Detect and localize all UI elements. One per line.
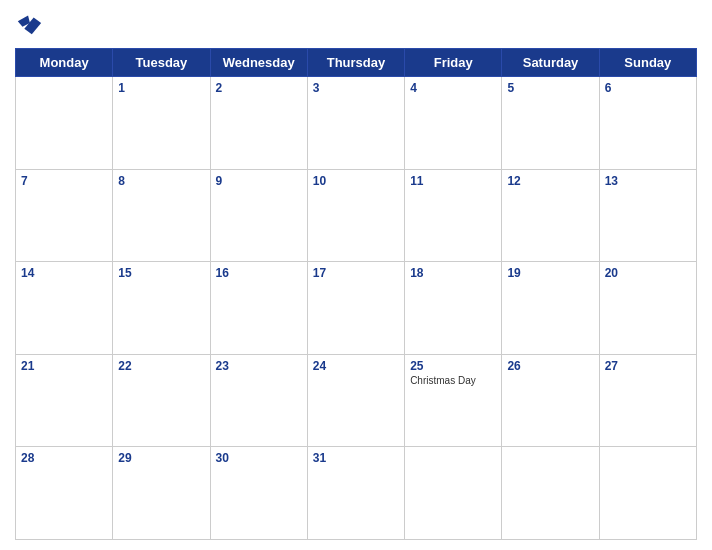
calendar-table: MondayTuesdayWednesdayThursdayFridaySatu… bbox=[15, 48, 697, 540]
calendar-cell: 29 bbox=[113, 447, 210, 540]
logo-bird-icon bbox=[15, 10, 43, 38]
calendar-cell: 26 bbox=[502, 354, 599, 447]
day-number: 11 bbox=[410, 174, 496, 188]
calendar-cell: 28 bbox=[16, 447, 113, 540]
day-number: 1 bbox=[118, 81, 204, 95]
calendar-cell bbox=[405, 447, 502, 540]
day-number: 27 bbox=[605, 359, 691, 373]
calendar-cell: 22 bbox=[113, 354, 210, 447]
day-number: 25 bbox=[410, 359, 496, 373]
day-number: 17 bbox=[313, 266, 399, 280]
day-number: 18 bbox=[410, 266, 496, 280]
calendar-cell bbox=[16, 77, 113, 170]
day-number: 30 bbox=[216, 451, 302, 465]
calendar-cell: 17 bbox=[307, 262, 404, 355]
day-of-week-tuesday: Tuesday bbox=[113, 49, 210, 77]
calendar-cell: 11 bbox=[405, 169, 502, 262]
calendar-cell: 6 bbox=[599, 77, 696, 170]
day-number: 19 bbox=[507, 266, 593, 280]
calendar-cell: 31 bbox=[307, 447, 404, 540]
day-number: 12 bbox=[507, 174, 593, 188]
calendar-cell: 14 bbox=[16, 262, 113, 355]
calendar-week-row: 78910111213 bbox=[16, 169, 697, 262]
calendar-cell: 1 bbox=[113, 77, 210, 170]
day-of-week-saturday: Saturday bbox=[502, 49, 599, 77]
day-number: 5 bbox=[507, 81, 593, 95]
day-number: 29 bbox=[118, 451, 204, 465]
day-number: 14 bbox=[21, 266, 107, 280]
day-of-week-monday: Monday bbox=[16, 49, 113, 77]
day-number: 2 bbox=[216, 81, 302, 95]
calendar-cell: 2 bbox=[210, 77, 307, 170]
calendar-cell: 10 bbox=[307, 169, 404, 262]
calendar-cell bbox=[502, 447, 599, 540]
day-number: 3 bbox=[313, 81, 399, 95]
calendar-cell: 8 bbox=[113, 169, 210, 262]
calendar-week-row: 14151617181920 bbox=[16, 262, 697, 355]
calendar-cell bbox=[599, 447, 696, 540]
calendar-cell: 5 bbox=[502, 77, 599, 170]
calendar-cell: 27 bbox=[599, 354, 696, 447]
day-of-week-sunday: Sunday bbox=[599, 49, 696, 77]
calendar-cell: 18 bbox=[405, 262, 502, 355]
day-number: 20 bbox=[605, 266, 691, 280]
calendar-cell: 15 bbox=[113, 262, 210, 355]
calendar-cell: 20 bbox=[599, 262, 696, 355]
calendar-cell: 7 bbox=[16, 169, 113, 262]
day-number: 28 bbox=[21, 451, 107, 465]
calendar-cell: 23 bbox=[210, 354, 307, 447]
day-number: 16 bbox=[216, 266, 302, 280]
day-number: 31 bbox=[313, 451, 399, 465]
day-number: 21 bbox=[21, 359, 107, 373]
calendar-cell: 4 bbox=[405, 77, 502, 170]
calendar-cell: 25Christmas Day bbox=[405, 354, 502, 447]
day-number: 7 bbox=[21, 174, 107, 188]
day-number: 6 bbox=[605, 81, 691, 95]
calendar-cell: 30 bbox=[210, 447, 307, 540]
day-number: 4 bbox=[410, 81, 496, 95]
day-number: 24 bbox=[313, 359, 399, 373]
calendar-week-row: 123456 bbox=[16, 77, 697, 170]
day-of-week-wednesday: Wednesday bbox=[210, 49, 307, 77]
calendar-cell: 12 bbox=[502, 169, 599, 262]
day-number: 9 bbox=[216, 174, 302, 188]
day-number: 15 bbox=[118, 266, 204, 280]
calendar-week-row: 28293031 bbox=[16, 447, 697, 540]
day-number: 13 bbox=[605, 174, 691, 188]
calendar-cell: 13 bbox=[599, 169, 696, 262]
calendar-week-row: 2122232425Christmas Day2627 bbox=[16, 354, 697, 447]
calendar-cell: 21 bbox=[16, 354, 113, 447]
day-number: 23 bbox=[216, 359, 302, 373]
calendar-header-row: MondayTuesdayWednesdayThursdayFridaySatu… bbox=[16, 49, 697, 77]
calendar-cell: 24 bbox=[307, 354, 404, 447]
day-of-week-friday: Friday bbox=[405, 49, 502, 77]
day-number: 10 bbox=[313, 174, 399, 188]
holiday-label: Christmas Day bbox=[410, 375, 496, 386]
day-number: 22 bbox=[118, 359, 204, 373]
calendar-cell: 3 bbox=[307, 77, 404, 170]
calendar-cell: 9 bbox=[210, 169, 307, 262]
day-of-week-thursday: Thursday bbox=[307, 49, 404, 77]
calendar-cell: 19 bbox=[502, 262, 599, 355]
logo bbox=[15, 10, 47, 38]
day-number: 26 bbox=[507, 359, 593, 373]
day-number: 8 bbox=[118, 174, 204, 188]
calendar-header bbox=[15, 10, 697, 38]
calendar-cell: 16 bbox=[210, 262, 307, 355]
